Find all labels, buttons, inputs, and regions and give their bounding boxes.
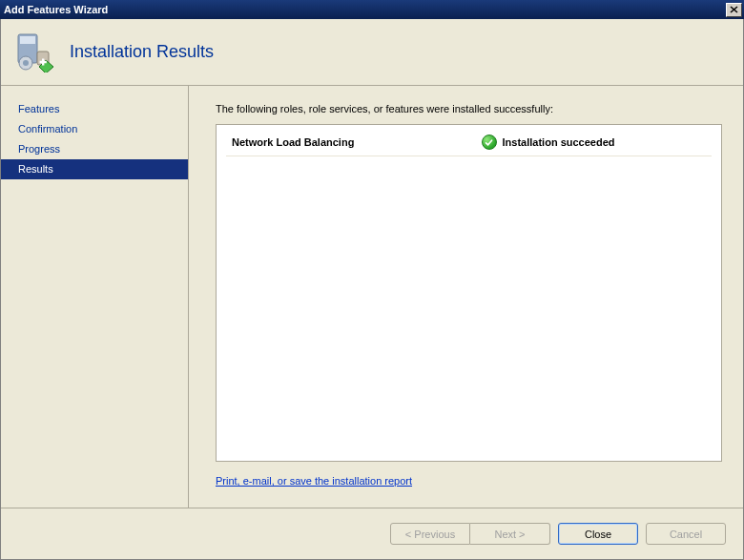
- sidebar-item-label: Results: [18, 163, 53, 175]
- success-icon: [482, 135, 497, 150]
- result-feature-name: Network Load Balancing: [232, 136, 482, 148]
- sidebar-item-features[interactable]: Features: [1, 99, 188, 119]
- title-bar: Add Features Wizard: [0, 0, 744, 19]
- close-button[interactable]: Close: [558, 523, 638, 545]
- sidebar-item-label: Progress: [18, 143, 60, 155]
- wizard-sidebar: Features Confirmation Progress Results: [1, 86, 188, 508]
- wizard-header-icon: [14, 32, 54, 73]
- spacer: [216, 487, 722, 508]
- wizard-footer: < Previous Next > Close Cancel: [1, 508, 743, 559]
- sidebar-item-progress[interactable]: Progress: [1, 139, 188, 159]
- wizard-main: The following roles, role services, or f…: [188, 86, 743, 508]
- close-icon: [730, 6, 738, 13]
- window-close-button[interactable]: [726, 3, 742, 17]
- result-status: Installation succeeded: [482, 135, 615, 150]
- svg-point-4: [23, 60, 29, 66]
- next-button: Next >: [470, 523, 550, 545]
- previous-button: < Previous: [390, 523, 470, 545]
- cancel-button: Cancel: [646, 523, 726, 545]
- sidebar-item-label: Confirmation: [18, 123, 77, 135]
- wizard-header: Installation Results: [1, 19, 743, 86]
- sidebar-item-results[interactable]: Results: [1, 159, 188, 179]
- result-status-text: Installation succeeded: [503, 136, 615, 148]
- intro-text: The following roles, role services, or f…: [216, 103, 722, 114]
- results-list: Network Load Balancing Installation succ…: [216, 124, 722, 462]
- content-row: Features Confirmation Progress Results T…: [1, 86, 743, 508]
- svg-rect-1: [20, 36, 35, 44]
- installation-report-link[interactable]: Print, e-mail, or save the installation …: [216, 475, 722, 487]
- page-title: Installation Results: [70, 42, 214, 62]
- prev-next-group: < Previous Next >: [390, 523, 550, 545]
- result-row: Network Load Balancing Installation succ…: [226, 131, 712, 156]
- sidebar-item-label: Features: [18, 103, 59, 114]
- window-body: Installation Results Features Confirmati…: [0, 19, 744, 560]
- window-title: Add Features Wizard: [4, 4, 108, 15]
- sidebar-item-confirmation[interactable]: Confirmation: [1, 119, 188, 139]
